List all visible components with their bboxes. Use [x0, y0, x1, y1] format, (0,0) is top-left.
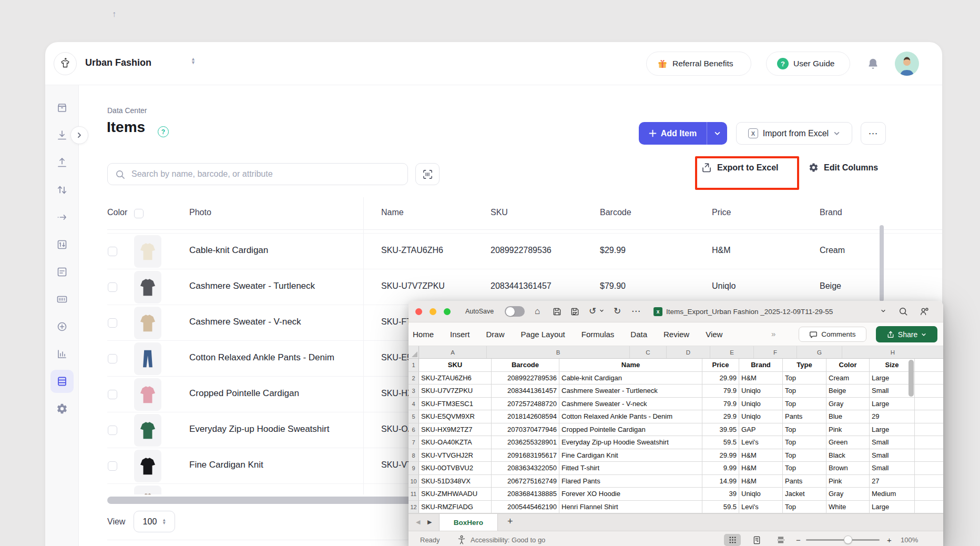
cell-name[interactable]: Everyday Zip-up Hoodie Sweatshirt — [559, 436, 702, 449]
cell-brand[interactable]: H&M — [739, 449, 783, 462]
cell-type[interactable]: Top — [783, 436, 826, 449]
cell-brand[interactable]: Uniqlo — [739, 385, 783, 397]
select-all-corner[interactable] — [409, 346, 419, 358]
sidebar-item-transactions-icon[interactable] — [56, 266, 68, 278]
cell-brand[interactable]: Levi's — [739, 436, 783, 449]
sidebar-item-data-center-icon[interactable] — [56, 376, 68, 387]
cell-empty[interactable] — [915, 398, 943, 410]
cell-color[interactable]: Gray — [826, 488, 870, 500]
cell-price[interactable]: 59.5 — [702, 501, 739, 513]
items-help-icon[interactable]: ? — [158, 126, 169, 137]
cell-barcode[interactable]: 2018142608594 — [492, 410, 559, 423]
page-size-select[interactable]: 100 ▲▼ — [134, 511, 175, 532]
row-number[interactable]: 7 — [409, 436, 419, 449]
cell-empty[interactable] — [915, 488, 943, 500]
cell-price[interactable]: 59.5 — [702, 436, 739, 449]
excel-row[interactable]: 1 SKU Barcode Name Price Brand Type Colo… — [409, 359, 943, 372]
row-number[interactable]: 3 — [409, 385, 419, 397]
column-letter[interactable]: H — [842, 346, 943, 358]
cell-price[interactable]: 79.9 — [702, 385, 739, 397]
undo-icon[interactable]: ↺ — [589, 306, 596, 317]
row-checkbox[interactable] — [108, 247, 117, 256]
cell-size[interactable]: Large — [870, 423, 915, 436]
close-traffic-light[interactable] — [415, 308, 422, 315]
cell-price[interactable]: 29.99 — [702, 449, 739, 462]
home-icon[interactable]: ⌂ — [535, 306, 540, 317]
excel-row[interactable]: 8 SKU-VTVGHJ2R 2091683195617 Fine Cardig… — [409, 449, 943, 462]
cell-sku[interactable]: SKU — [419, 359, 492, 371]
row-checkbox[interactable] — [108, 282, 117, 292]
cell-name[interactable]: Cropped Pointelle Cardigan — [559, 423, 702, 436]
cell-price[interactable]: Price — [702, 359, 739, 371]
sort-asc-icon[interactable]: ↑ — [112, 9, 116, 19]
cell-barcode[interactable]: 2070370477946 — [492, 423, 559, 436]
title-dropdown-icon[interactable] — [881, 308, 886, 314]
cell-type[interactable]: Top — [783, 462, 826, 474]
excel-vertical-scrollbar[interactable] — [908, 360, 914, 397]
cell-sku[interactable]: SKU-E5QVM9XR — [419, 410, 492, 423]
cell-sku[interactable]: SKU-ZTAU6ZH6 — [419, 372, 492, 385]
edit-columns-button[interactable]: Edit Columns — [809, 163, 878, 173]
column-letter[interactable]: D — [667, 346, 710, 358]
cell-brand[interactable]: Brand — [739, 359, 783, 371]
cell-sku[interactable]: SKU-FTM3ESC1 — [419, 398, 492, 410]
cell-type[interactable]: Jacket — [783, 488, 826, 500]
column-header[interactable]: Brand — [820, 208, 842, 217]
cell-size[interactable]: 29 — [870, 410, 915, 423]
page-break-view-button[interactable] — [772, 534, 789, 546]
cell-name[interactable]: Henri Flannel Shirt — [559, 501, 702, 513]
cell-price[interactable]: 39 — [702, 488, 739, 500]
referral-benefits-button[interactable]: Referral Benefits — [646, 52, 751, 76]
cell-color[interactable]: Brown — [826, 462, 870, 474]
add-item-dropdown[interactable] — [707, 130, 727, 137]
cell-price[interactable]: 29.99 — [702, 372, 739, 385]
column-letter[interactable]: G — [797, 346, 842, 358]
column-header[interactable]: SKU — [491, 208, 508, 217]
cell-color[interactable]: Gray — [826, 398, 870, 410]
document-title[interactable]: Items_Export_Urban Fashion _2025-12-09T1… — [666, 308, 833, 316]
share-user-icon[interactable] — [920, 307, 929, 316]
column-header[interactable]: Price — [712, 208, 731, 217]
cell-type[interactable]: Top — [783, 372, 826, 385]
cell-empty[interactable] — [915, 372, 943, 385]
cell-size[interactable]: Small — [870, 449, 915, 462]
excel-row[interactable]: 7 SKU-OA40KZTA 2036255328901 Everyday Zi… — [409, 436, 943, 449]
zoom-slider-knob[interactable] — [844, 535, 852, 544]
minimize-traffic-light[interactable] — [430, 308, 436, 315]
search-box[interactable] — [107, 163, 408, 185]
cell-brand[interactable]: H&M — [739, 372, 783, 385]
cell-type[interactable]: Top — [783, 385, 826, 397]
normal-view-button[interactable] — [724, 534, 741, 546]
row-checkbox[interactable] — [108, 354, 117, 363]
cell-brand[interactable]: H&M — [739, 462, 783, 474]
cell-color[interactable]: Green — [826, 436, 870, 449]
cell-size[interactable]: Medium — [870, 488, 915, 500]
cell-price[interactable]: 29.9 — [702, 410, 739, 423]
cell-empty[interactable] — [915, 462, 943, 474]
barcode-scan-button[interactable] — [415, 163, 440, 185]
cell-barcode[interactable]: 2036255328901 — [492, 436, 559, 449]
ribbon-tab[interactable]: Data — [630, 330, 647, 339]
ribbon-tab[interactable]: View — [706, 330, 722, 339]
cell-brand[interactable]: Uniqlo — [739, 398, 783, 410]
cell-empty[interactable] — [915, 385, 943, 397]
user-guide-button[interactable]: ? User Guide — [766, 52, 850, 76]
cell-name[interactable]: Cotton Relaxed Ankle Pants - Denim — [559, 410, 702, 423]
cell-barcode[interactable]: 2083634322050 — [492, 462, 559, 474]
cell-name[interactable]: Cashmere Sweater - Turtleneck — [559, 385, 702, 397]
save-icon[interactable] — [553, 307, 562, 316]
comments-button[interactable]: Comments — [799, 327, 866, 342]
sidebar-item-stocktake-icon[interactable] — [56, 239, 68, 250]
more-actions-button[interactable]: ⋯ — [861, 122, 886, 145]
cell-color[interactable]: Beige — [826, 385, 870, 397]
row-number[interactable]: 8 — [409, 449, 419, 462]
cell-name[interactable]: Cashmere Sweater - V-neck — [559, 398, 702, 410]
page-layout-view-button[interactable] — [748, 534, 765, 546]
cell-name[interactable]: Cable-knit Cardigan — [559, 372, 702, 385]
add-sheet-button[interactable]: + — [507, 516, 513, 527]
cell-barcode[interactable]: 2089922789536 — [492, 372, 559, 385]
cell-price[interactable]: 14.99 — [702, 475, 739, 488]
cell-barcode[interactable]: 2083684138885 — [492, 488, 559, 500]
cell-type[interactable]: Type — [783, 359, 826, 371]
row-checkbox[interactable] — [108, 318, 117, 328]
